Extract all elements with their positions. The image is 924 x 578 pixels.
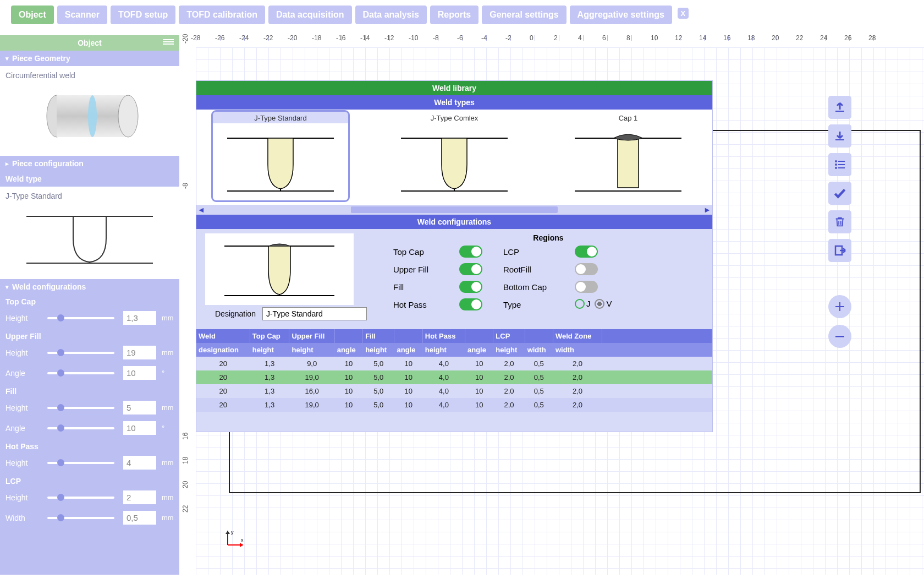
- upload-button[interactable]: [828, 96, 851, 119]
- region-toggle[interactable]: [575, 281, 598, 293]
- tab-close-button[interactable]: X: [678, 8, 689, 19]
- svg-marker-8: [240, 543, 243, 547]
- scroll-left-icon[interactable]: ◄: [197, 205, 205, 213]
- tab-data-acquisition[interactable]: Data acquisition: [268, 6, 352, 24]
- table-header: [525, 329, 553, 343]
- table-cell: 1,3: [250, 357, 289, 370]
- scroll-right-icon[interactable]: ►: [703, 205, 711, 213]
- group-title: Top Cap: [0, 295, 179, 309]
- param-unit: mm: [162, 348, 174, 357]
- table-cell: 2,0: [553, 398, 602, 412]
- table-cell: 10: [394, 384, 422, 398]
- svg-point-26: [835, 163, 837, 166]
- table-cell: 0,5: [525, 398, 553, 412]
- tab-general-settings[interactable]: General settings: [482, 6, 566, 24]
- type-radio-j[interactable]: J: [575, 299, 591, 309]
- tab-scanner[interactable]: Scanner: [57, 6, 107, 24]
- table-cell: 0,5: [525, 357, 553, 370]
- param-slider[interactable]: [47, 407, 114, 409]
- weld-type-card[interactable]: J-Type Comlex: [387, 112, 522, 200]
- param-input[interactable]: [123, 421, 156, 435]
- table-cell: 2,0: [553, 384, 602, 398]
- type-radio-v[interactable]: V: [595, 299, 612, 309]
- weld-type-card[interactable]: Cap 1: [560, 112, 696, 200]
- param-input[interactable]: [123, 456, 156, 470]
- param-input[interactable]: [123, 401, 156, 415]
- param-unit: mm: [162, 403, 174, 412]
- tab-data-analysis[interactable]: Data analysis: [355, 6, 427, 24]
- param-unit: mm: [162, 314, 174, 322]
- param-input[interactable]: [123, 311, 156, 325]
- param-slider[interactable]: [47, 372, 114, 374]
- designation-label: Designation: [215, 309, 256, 318]
- weld-type-name: J-Type Standard: [213, 112, 348, 123]
- table-subheader: height: [250, 343, 289, 357]
- remove-row-button[interactable]: [828, 325, 851, 348]
- configurations-table: WeldTop CapUpper FillFillHot PassLCPWeld…: [196, 329, 712, 412]
- group-title: LCP: [0, 474, 179, 488]
- delete-button[interactable]: [828, 210, 851, 233]
- region-toggle[interactable]: [575, 246, 598, 258]
- export-button[interactable]: [828, 239, 851, 262]
- tab-tofd-calibration[interactable]: TOFD calibration: [179, 6, 265, 24]
- param-slider[interactable]: [47, 517, 114, 519]
- tab-object[interactable]: Object: [11, 6, 54, 24]
- weld-type-preview: [560, 123, 696, 200]
- collapse-icon: ▾: [6, 283, 9, 291]
- tab-aggregative-settings[interactable]: Aggregative settings: [570, 6, 672, 24]
- table-row[interactable]: 201,319,0105,0104,0102,00,52,0: [196, 398, 712, 412]
- types-scrollbar[interactable]: ◄ ►: [196, 205, 712, 215]
- add-row-button[interactable]: [828, 295, 851, 318]
- region-toggle[interactable]: [459, 246, 482, 258]
- param-slider[interactable]: [47, 352, 114, 354]
- tab-tofd-setup[interactable]: TOFD setup: [111, 6, 175, 24]
- table-cell: 19,0: [289, 398, 334, 412]
- table-cell: 10: [465, 370, 493, 384]
- hamburger-icon[interactable]: [163, 39, 174, 45]
- svg-point-28: [835, 167, 837, 169]
- region-toggle[interactable]: [459, 298, 482, 310]
- section-weld-type[interactable]: Weld type: [0, 171, 179, 187]
- table-cell: 5,0: [363, 384, 394, 398]
- param-slider[interactable]: [47, 497, 114, 499]
- regions-title: Regions: [393, 233, 703, 242]
- region-toggle[interactable]: [459, 263, 482, 275]
- param-input[interactable]: [123, 511, 156, 525]
- designation-input[interactable]: [262, 307, 367, 320]
- scroll-thumb[interactable]: [351, 206, 557, 213]
- vertical-ruler: -20-816182022: [179, 47, 196, 575]
- param-slider[interactable]: [47, 427, 114, 429]
- table-cell: 10: [465, 357, 493, 370]
- horizontal-ruler: -28-26-24-22-20-18-16-14-12-10-8-6-4-202…: [196, 35, 924, 47]
- param-slider[interactable]: [47, 317, 114, 319]
- param-row: Heightmm: [0, 343, 179, 364]
- table-cell: 1,3: [250, 370, 289, 384]
- table-row[interactable]: 201,316,0105,0104,0102,00,52,0: [196, 384, 712, 398]
- download-button[interactable]: [828, 124, 851, 148]
- table-row[interactable]: 201,319,0105,0104,0102,00,52,0: [196, 370, 712, 384]
- weld-library-panel: Weld library Weld types J-Type StandardJ…: [196, 80, 713, 432]
- sidebar-title: Object: [78, 39, 102, 47]
- param-unit: mm: [162, 493, 174, 501]
- table-subheader: height: [289, 343, 334, 357]
- section-piece-configuration[interactable]: ▸ Piece configuration: [0, 156, 179, 171]
- list-button[interactable]: [828, 153, 851, 176]
- param-input[interactable]: [123, 490, 156, 504]
- param-label: Height: [6, 314, 38, 323]
- param-input[interactable]: [123, 366, 156, 380]
- param-input[interactable]: [123, 346, 156, 359]
- weld-type-card[interactable]: J-Type Standard: [213, 112, 348, 200]
- region-toggle[interactable]: [575, 263, 598, 275]
- svg-marker-10: [226, 531, 230, 534]
- canvas-area: -28-26-24-22-20-18-16-14-12-10-8-6-4-202…: [179, 35, 924, 575]
- confirm-button[interactable]: [828, 182, 851, 205]
- section-weld-configurations[interactable]: ▾ Weld configurations: [0, 279, 179, 295]
- table-subheader: width: [525, 343, 553, 357]
- table-row[interactable]: 201,39,0105,0104,0102,00,52,0: [196, 357, 712, 370]
- region-label: Fill: [393, 282, 459, 292]
- region-toggle[interactable]: [459, 281, 482, 293]
- section-piece-geometry[interactable]: ▾ Piece Geometry: [0, 51, 179, 66]
- table-cell: 4,0: [422, 357, 465, 370]
- tab-reports[interactable]: Reports: [430, 6, 479, 24]
- param-slider[interactable]: [47, 462, 114, 464]
